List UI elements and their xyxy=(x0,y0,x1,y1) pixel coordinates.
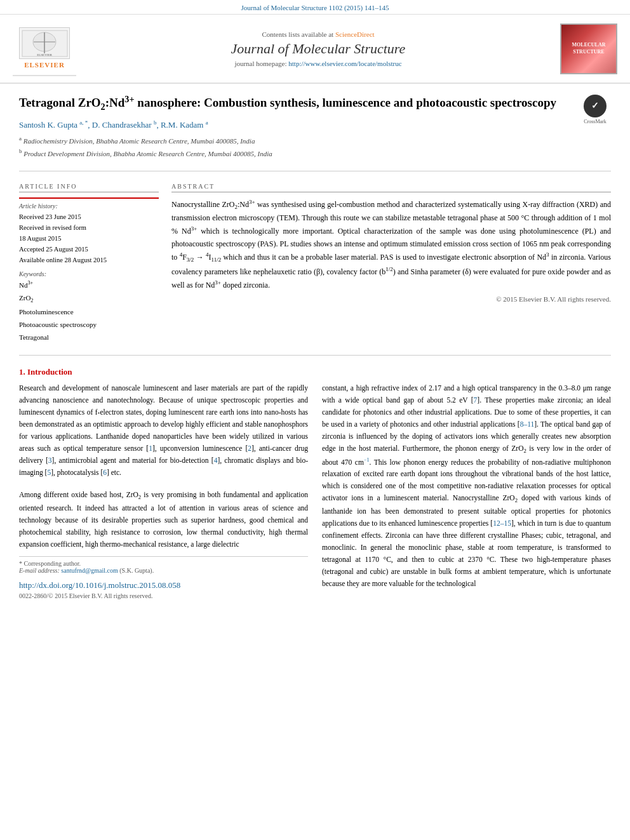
keyword-3: Photoluminescence xyxy=(19,306,159,319)
received-revised-date: 18 August 2015 xyxy=(19,234,159,244)
keyword-1: Nd3+ xyxy=(19,279,159,291)
elsevier-logo-image: ELSEVIER xyxy=(19,27,70,59)
history-label: Article history: xyxy=(19,203,159,210)
affiliation-a: a Radiochemistry Division, Bhabha Atomic… xyxy=(19,134,611,147)
received-date: Received 23 June 2015 xyxy=(19,212,159,223)
article-title: Tetragonal ZrO2:Nd3+ nanosphere: Combust… xyxy=(19,93,611,113)
abstract-col: ABSTRACT Nanocrystalline ZrO2:Nd3+ was s… xyxy=(171,183,611,343)
doi-block: http://dx.doi.org/10.1016/j.molstruc.201… xyxy=(19,580,308,590)
elsevier-brand-text: ELSEVIER xyxy=(24,61,65,69)
keyword-4: Photoacoustic spectroscopy xyxy=(19,319,159,331)
available-date: Available online 28 August 2015 xyxy=(19,255,159,266)
keywords-list: Nd3+ ZrO2 Photoluminescence Photoacousti… xyxy=(19,279,159,343)
accepted-date: Accepted 25 August 2015 xyxy=(19,244,159,255)
keywords-label: Keywords: xyxy=(19,270,159,277)
journal-thumbnail: MOLECULARSTRUCTURE xyxy=(560,23,617,74)
journal-title: Journal of Molecular Structure xyxy=(76,41,560,57)
homepage-url[interactable]: http://www.elsevier.com/locate/molstruc xyxy=(288,60,401,67)
abstract-copyright: © 2015 Elsevier B.V. All rights reserved… xyxy=(171,295,611,303)
footer-copyright: 0022-2860/© 2015 Elsevier B.V. All right… xyxy=(19,592,308,599)
article-info-label: ARTICLE INFO xyxy=(19,183,159,192)
affiliation-b: b Product Development Division, Bhabha A… xyxy=(19,147,611,159)
email-label: E-mail address: xyxy=(19,567,60,574)
elsevier-logo-block: ELSEVIER ELSEVIER xyxy=(13,21,76,76)
article-history-block: Article history: Received 23 June 2015 R… xyxy=(19,197,159,265)
journal-header: ELSEVIER ELSEVIER Contents lists availab… xyxy=(0,15,630,84)
crossmark-badge[interactable]: ✓ CrossMark xyxy=(579,93,611,125)
email-address[interactable]: santufrnd@gmail.com xyxy=(61,567,117,574)
authors-line: Santosh K. Gupta a, *, D. Chandrasekhar … xyxy=(19,119,611,130)
header-divider xyxy=(19,171,611,171)
keywords-block: Keywords: Nd3+ ZrO2 Photoluminescence Ph… xyxy=(19,270,159,343)
body-col-left: Research and development of nanoscale lu… xyxy=(19,382,308,599)
doi-link[interactable]: http://dx.doi.org/10.1016/j.molstruc.201… xyxy=(19,580,180,590)
journal-center: Contents lists available at ScienceDirec… xyxy=(76,30,560,67)
section-divider-1 xyxy=(19,355,611,356)
section-1-heading: 1. Introduction xyxy=(19,367,611,377)
homepage-line: journal homepage: http://www.elsevier.co… xyxy=(76,60,560,67)
contents-line: Contents lists available at ScienceDirec… xyxy=(76,30,560,38)
crossmark-icon: ✓ xyxy=(584,95,607,117)
received-revised-label: Received in revised form xyxy=(19,223,159,234)
sciencedirect-link[interactable]: ScienceDirect xyxy=(335,30,375,38)
abstract-text: Nanocrystalline ZrO2:Nd3+ was synthesise… xyxy=(171,197,611,291)
crossmark-label: CrossMark xyxy=(584,119,607,124)
title-block: Tetragonal ZrO2:Nd3+ nanosphere: Combust… xyxy=(19,93,611,113)
article-info-col: ARTICLE INFO Article history: Received 2… xyxy=(19,183,159,343)
intro-para-1: Research and development of nanoscale lu… xyxy=(19,382,308,479)
abstract-label: ABSTRACT xyxy=(171,183,611,192)
keyword-2: ZrO2 xyxy=(19,292,159,306)
body-two-col: Research and development of nanoscale lu… xyxy=(19,382,611,599)
email-author-name: (S.K. Gupta). xyxy=(119,567,154,574)
affiliations: a Radiochemistry Division, Bhabha Atomic… xyxy=(19,134,611,160)
keyword-5: Tetragonal xyxy=(19,331,159,344)
info-abstract-section: ARTICLE INFO Article history: Received 2… xyxy=(19,183,611,343)
body-col-right: constant, a high refractive index of 2.1… xyxy=(322,382,611,599)
intro-para-3: constant, a high refractive index of 2.1… xyxy=(322,382,611,589)
intro-para-2: Among different oxide based host, ZrO2 i… xyxy=(19,489,308,550)
svg-text:ELSEVIER: ELSEVIER xyxy=(37,53,52,57)
corresponding-author-note: * Corresponding author. E-mail address: … xyxy=(19,556,308,574)
main-content: Tetragonal ZrO2:Nd3+ nanosphere: Combust… xyxy=(0,84,630,612)
journal-reference: Journal of Molecular Structure 1102 (201… xyxy=(241,4,389,11)
top-bar: Journal of Molecular Structure 1102 (201… xyxy=(0,0,630,15)
